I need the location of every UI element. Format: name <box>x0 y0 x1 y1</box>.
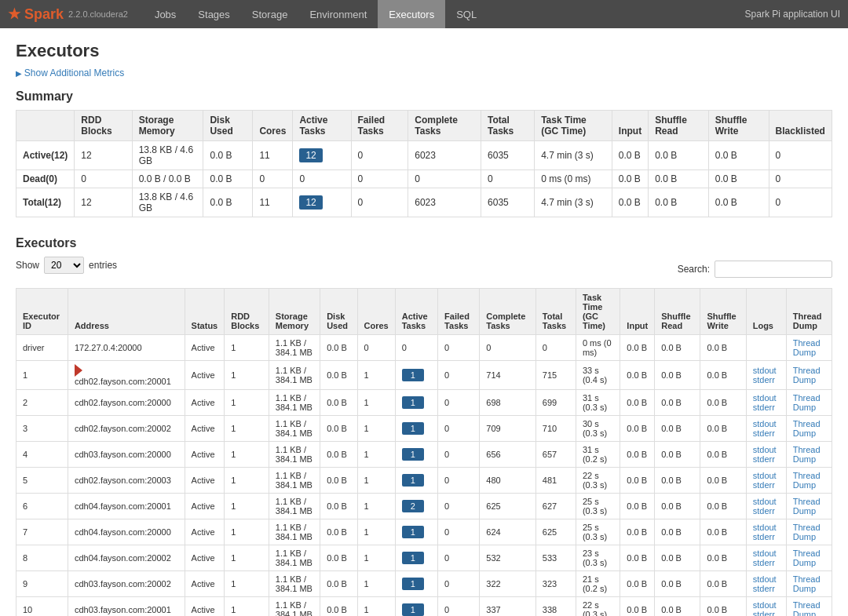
exec-id: 1 <box>16 361 68 390</box>
exec-active: 1 <box>395 597 437 617</box>
log-link[interactable]: stderr <box>753 454 775 464</box>
thread-dump-link[interactable]: Thread Dump <box>793 445 821 464</box>
exec-status: Active <box>185 361 225 390</box>
exec-cores: 0 <box>357 335 395 361</box>
exec-address: cdh03.fayson.com:20001 <box>68 597 185 617</box>
exec-col-threaddump: Thread Dump <box>786 289 832 335</box>
exec-failed: 0 <box>438 416 480 442</box>
exec-cores: 1 <box>357 597 395 617</box>
thread-dump-link[interactable]: Thread Dump <box>793 600 821 616</box>
log-link[interactable]: stdout <box>753 574 777 584</box>
thread-dump-link[interactable]: Thread Dump <box>793 471 821 490</box>
exec-address: cdh02.fayson.com:20001 <box>68 361 185 390</box>
exec-shufflewrite: 0.0 B <box>700 335 746 361</box>
summary-row-shuffleread: 0.0 B <box>649 141 709 170</box>
exec-shufflewrite: 0.0 B <box>700 545 746 571</box>
show-metrics-link[interactable]: Show Additional Metrics <box>16 67 124 78</box>
log-link[interactable]: stdout <box>753 419 777 428</box>
entries-select[interactable]: 20 50 100 <box>44 257 84 274</box>
nav-tab-storage[interactable]: Storage <box>241 0 299 28</box>
summary-row-name: Total(12) <box>16 188 75 217</box>
summary-row-shuffleread: 0.0 B <box>649 188 709 217</box>
exec-input: 0.0 B <box>620 335 655 361</box>
search-input[interactable] <box>715 261 832 278</box>
log-link[interactable]: stdout <box>753 549 777 558</box>
log-link[interactable]: stdout <box>753 600 777 610</box>
exec-address: cdh02.fayson.com:20003 <box>68 468 185 494</box>
table-row: 3 cdh02.fayson.com:20002 Active 1 1.1 KB… <box>16 416 832 442</box>
exec-shuffleread: 0.0 B <box>655 442 700 468</box>
summary-row: Active(12) 12 13.8 KB / 4.6 GB 0.0 B 11 … <box>16 141 832 170</box>
nav-tab-stages[interactable]: Stages <box>187 0 240 28</box>
log-link[interactable]: stdout <box>753 393 777 403</box>
exec-shufflewrite: 0.0 B <box>700 571 746 597</box>
thread-dump-link[interactable]: Thread Dump <box>793 523 821 541</box>
spark-logo: ★ Spark <box>8 5 64 23</box>
table-row: 8 cdh04.fayson.com:20002 Active 1 1.1 KB… <box>16 545 832 571</box>
exec-shufflewrite: 0.0 B <box>700 442 746 468</box>
thread-dump-link[interactable]: Thread Dump <box>793 393 821 412</box>
table-row: 4 cdh03.fayson.com:20000 Active 1 1.1 KB… <box>16 442 832 468</box>
summary-row-total: 6035 <box>481 141 535 170</box>
log-link[interactable]: stderr <box>753 506 775 516</box>
exec-logs: stdout stderr <box>746 468 786 494</box>
exec-logs: stdout stderr <box>746 519 786 545</box>
nav-tab-jobs[interactable]: Jobs <box>144 0 187 28</box>
log-link[interactable]: stdout <box>753 523 777 532</box>
thread-dump-link[interactable]: Thread Dump <box>793 497 821 516</box>
log-link[interactable]: stderr <box>753 375 775 385</box>
exec-logs: stdout stderr <box>746 361 786 390</box>
nav-tab-executors[interactable]: Executors <box>378 0 445 28</box>
nav-tab-sql[interactable]: SQL <box>445 0 488 28</box>
summary-row-rdd: 12 <box>75 188 132 217</box>
exec-rdd: 1 <box>225 597 269 617</box>
exec-logs: stdout stderr <box>746 416 786 442</box>
log-link[interactable]: stdout <box>753 445 777 454</box>
summary-col-blacklisted: Blacklisted <box>769 111 832 141</box>
exec-cores: 1 <box>357 442 395 468</box>
exec-complete: 480 <box>480 468 536 494</box>
exec-shuffleread: 0.0 B <box>655 468 700 494</box>
log-link[interactable]: stderr <box>753 610 775 616</box>
thread-dump-link[interactable]: Thread Dump <box>793 549 821 567</box>
exec-threaddump: Thread Dump <box>786 416 832 442</box>
log-link[interactable]: stderr <box>753 403 775 412</box>
log-link[interactable]: stdout <box>753 366 777 375</box>
exec-rdd: 1 <box>225 519 269 545</box>
thread-dump-link[interactable]: Thread Dump <box>793 366 821 385</box>
log-link[interactable]: stderr <box>753 480 775 490</box>
summary-col-shufflewrite: Shuffle Write <box>708 111 769 141</box>
exec-threaddump: Thread Dump <box>786 494 832 519</box>
log-link[interactable]: stderr <box>753 558 775 567</box>
thread-dump-link[interactable]: Thread Dump <box>793 574 821 593</box>
summary-row-input: 0.0 B <box>612 170 648 188</box>
log-link[interactable]: stderr <box>753 584 775 593</box>
exec-input: 0.0 B <box>620 361 655 390</box>
exec-disk: 0.0 B <box>320 335 357 361</box>
exec-address: 172.27.0.4:20000 <box>68 335 185 361</box>
exec-input: 0.0 B <box>620 519 655 545</box>
thread-dump-link[interactable]: Thread Dump <box>793 338 821 357</box>
exec-complete: 656 <box>480 442 536 468</box>
exec-failed: 0 <box>438 519 480 545</box>
exec-input: 0.0 B <box>620 468 655 494</box>
exec-address: cdh04.fayson.com:20002 <box>68 545 185 571</box>
exec-total: 699 <box>535 390 576 416</box>
executors-table-controls: Show 20 50 100 entries Search: <box>16 257 832 282</box>
exec-id: 5 <box>16 468 68 494</box>
exec-cores: 1 <box>357 361 395 390</box>
exec-disk: 0.0 B <box>320 361 357 390</box>
log-link[interactable]: stdout <box>753 497 777 506</box>
log-link[interactable]: stderr <box>753 428 775 438</box>
exec-threaddump: Thread Dump <box>786 545 832 571</box>
log-link[interactable]: stdout <box>753 471 777 480</box>
exec-threaddump: Thread Dump <box>786 361 832 390</box>
nav-tab-environment[interactable]: Environment <box>298 0 378 28</box>
thread-dump-link[interactable]: Thread Dump <box>793 419 821 438</box>
exec-id: 7 <box>16 519 68 545</box>
exec-input: 0.0 B <box>620 390 655 416</box>
log-link[interactable]: stderr <box>753 532 775 541</box>
exec-complete: 709 <box>480 416 536 442</box>
exec-rdd: 1 <box>225 361 269 390</box>
exec-active: 2 <box>395 494 437 519</box>
